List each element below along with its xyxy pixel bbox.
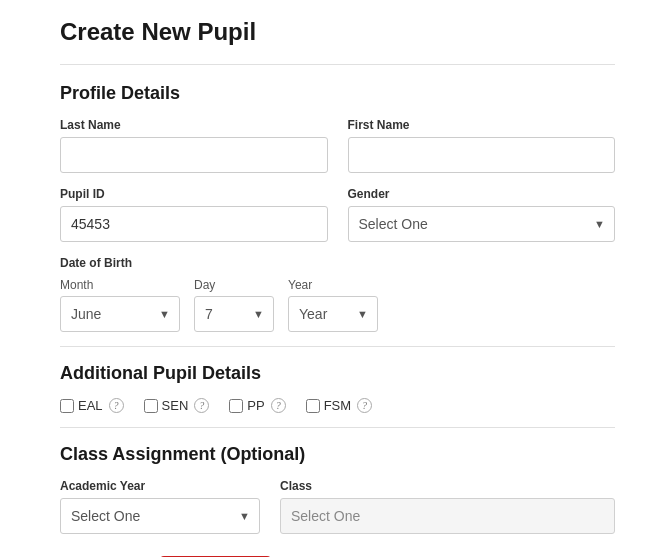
dob-section: Date of Birth Month January February Mar… bbox=[60, 256, 615, 332]
class-section-title: Class Assignment (Optional) bbox=[60, 444, 615, 465]
academic-year-select[interactable]: Select One bbox=[60, 498, 260, 534]
academic-year-label: Academic Year bbox=[60, 479, 260, 493]
class-row: Academic Year Select One ▼ Class Select … bbox=[60, 479, 615, 534]
year-group: Year Year ▼ bbox=[288, 278, 378, 332]
class-label: Class bbox=[280, 479, 615, 493]
year-label: Year bbox=[288, 278, 378, 292]
last-name-input[interactable] bbox=[60, 137, 328, 173]
sen-checkbox-item: SEN ? bbox=[144, 398, 210, 413]
academic-year-group: Academic Year Select One ▼ bbox=[60, 479, 260, 534]
last-name-group: Last Name bbox=[60, 118, 328, 173]
checkboxes-row: EAL ? SEN ? PP ? FSM ? bbox=[60, 398, 615, 413]
eal-checkbox[interactable] bbox=[60, 399, 74, 413]
top-divider bbox=[60, 64, 615, 65]
profile-divider bbox=[60, 346, 615, 347]
gender-group: Gender Select One Male Female Other ▼ bbox=[348, 187, 616, 242]
year-select-wrapper: Year ▼ bbox=[288, 296, 378, 332]
day-select-wrapper: 7 ▼ bbox=[194, 296, 274, 332]
sen-checkbox[interactable] bbox=[144, 399, 158, 413]
class-group: Class Select One bbox=[280, 479, 615, 534]
class-placeholder: Select One bbox=[291, 508, 360, 524]
profile-section: Profile Details Last Name First Name Pup… bbox=[60, 83, 615, 332]
additional-divider bbox=[60, 427, 615, 428]
pupil-id-group: Pupil ID bbox=[60, 187, 328, 242]
fsm-label: FSM bbox=[324, 398, 351, 413]
additional-section: Additional Pupil Details EAL ? SEN ? PP … bbox=[60, 363, 615, 413]
pp-checkbox[interactable] bbox=[229, 399, 243, 413]
id-gender-row: Pupil ID Gender Select One Male Female O… bbox=[60, 187, 615, 242]
eal-label: EAL bbox=[78, 398, 103, 413]
class-assignment-section: Class Assignment (Optional) Academic Yea… bbox=[60, 444, 615, 534]
sen-help-icon[interactable]: ? bbox=[194, 398, 209, 413]
day-group: Day 7 ▼ bbox=[194, 278, 274, 332]
month-select[interactable]: January February March April May June Ju… bbox=[60, 296, 180, 332]
eal-help-icon[interactable]: ? bbox=[109, 398, 124, 413]
gender-select[interactable]: Select One Male Female Other bbox=[348, 206, 616, 242]
footer-row: Save Pupil Cancel bbox=[60, 552, 615, 557]
pp-help-icon[interactable]: ? bbox=[271, 398, 286, 413]
gender-select-wrapper: Select One Male Female Other ▼ bbox=[348, 206, 616, 242]
pupil-id-label: Pupil ID bbox=[60, 187, 328, 201]
first-name-group: First Name bbox=[348, 118, 616, 173]
month-group: Month January February March April May J… bbox=[60, 278, 180, 332]
profile-section-title: Profile Details bbox=[60, 83, 615, 104]
day-select[interactable]: 7 bbox=[194, 296, 274, 332]
fsm-checkbox-item: FSM ? bbox=[306, 398, 372, 413]
academic-year-select-wrapper: Select One ▼ bbox=[60, 498, 260, 534]
fsm-help-icon[interactable]: ? bbox=[357, 398, 372, 413]
pupil-id-input[interactable] bbox=[60, 206, 328, 242]
additional-section-title: Additional Pupil Details bbox=[60, 363, 615, 384]
first-name-input[interactable] bbox=[348, 137, 616, 173]
month-label: Month bbox=[60, 278, 180, 292]
first-name-label: First Name bbox=[348, 118, 616, 132]
page-container: Create New Pupil Profile Details Last Na… bbox=[0, 0, 655, 557]
class-static-select: Select One bbox=[280, 498, 615, 534]
name-row: Last Name First Name bbox=[60, 118, 615, 173]
year-select[interactable]: Year bbox=[288, 296, 378, 332]
sen-label: SEN bbox=[162, 398, 189, 413]
last-name-label: Last Name bbox=[60, 118, 328, 132]
gender-label: Gender bbox=[348, 187, 616, 201]
eal-checkbox-item: EAL ? bbox=[60, 398, 124, 413]
dob-label: Date of Birth bbox=[60, 256, 615, 270]
month-select-wrapper: January February March April May June Ju… bbox=[60, 296, 180, 332]
fsm-checkbox[interactable] bbox=[306, 399, 320, 413]
pp-label: PP bbox=[247, 398, 264, 413]
page-title: Create New Pupil bbox=[60, 18, 615, 46]
day-label: Day bbox=[194, 278, 274, 292]
dob-row: Month January February March April May J… bbox=[60, 278, 615, 332]
pp-checkbox-item: PP ? bbox=[229, 398, 285, 413]
